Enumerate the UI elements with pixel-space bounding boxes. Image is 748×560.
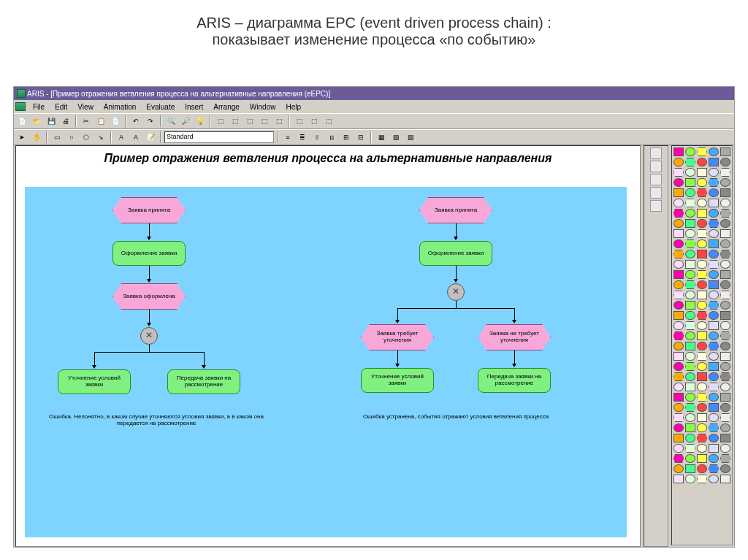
palette-shape[interactable]: [697, 209, 707, 218]
palette-shape[interactable]: [685, 342, 695, 350]
palette-shape[interactable]: [709, 475, 719, 483]
menu-evaluate[interactable]: Evaluate: [142, 103, 179, 111]
palette-shape[interactable]: [685, 147, 695, 156]
palette-shape[interactable]: [685, 321, 695, 330]
palette-shape[interactable]: [697, 331, 707, 340]
palette-shape[interactable]: [720, 280, 730, 289]
palette-shape[interactable]: [685, 270, 695, 279]
palette-shape[interactable]: [685, 331, 695, 340]
palette-shape[interactable]: [673, 219, 684, 228]
palette-shape[interactable]: [673, 260, 684, 269]
palette-shape[interactable]: [709, 403, 719, 412]
palette-shape[interactable]: [720, 168, 730, 177]
palette-shape[interactable]: [697, 454, 707, 463]
menu-view[interactable]: View: [73, 103, 98, 111]
palette-shape[interactable]: [673, 423, 684, 432]
palette-shape[interactable]: [673, 475, 684, 483]
function-register-request-2[interactable]: Оформление заявки: [419, 241, 492, 266]
palette-shape[interactable]: [720, 383, 730, 391]
undo-button[interactable]: ↶: [129, 115, 142, 128]
redo-button[interactable]: ↷: [144, 115, 157, 128]
text-button[interactable]: A: [129, 131, 142, 144]
layer-button[interactable]: ▧: [389, 131, 402, 144]
palette-shape[interactable]: [709, 321, 719, 330]
palette-shape[interactable]: [720, 250, 730, 258]
function-forward[interactable]: Передача заявки на рассмотрение: [167, 369, 240, 394]
palette-shape[interactable]: [697, 383, 707, 391]
palette-shape[interactable]: [720, 444, 730, 453]
event-no-clarify[interactable]: Заявка не требует уточнения: [478, 324, 551, 350]
palette-shape[interactable]: [709, 331, 719, 340]
palette-shape[interactable]: [673, 372, 684, 381]
palette-shape[interactable]: [709, 423, 719, 432]
palette-shape[interactable]: [673, 229, 684, 238]
palette-shape[interactable]: [697, 168, 707, 177]
palette-shape[interactable]: [685, 209, 695, 218]
palette-shape[interactable]: [720, 342, 730, 350]
palette-shape[interactable]: [685, 444, 695, 453]
palette-shape[interactable]: [697, 434, 707, 442]
palette-shape[interactable]: [697, 188, 707, 197]
menu-animation[interactable]: Animation: [99, 103, 140, 111]
palette-shape[interactable]: [720, 209, 730, 218]
tool-button[interactable]: ⬚: [272, 115, 286, 128]
palette-shape[interactable]: [685, 280, 695, 289]
tool-button[interactable]: ⬚: [322, 115, 335, 128]
palette-shape[interactable]: [697, 423, 707, 432]
palette-shape[interactable]: [685, 199, 695, 207]
layer-button[interactable]: ▨: [404, 131, 417, 144]
palette-shape[interactable]: [720, 403, 730, 412]
palette-shape[interactable]: [673, 454, 684, 463]
palette-shape[interactable]: [673, 209, 684, 218]
palette-shape[interactable]: [720, 311, 730, 320]
align-button[interactable]: ⫼: [325, 131, 338, 144]
palette-shape[interactable]: [709, 464, 719, 473]
palette-shape[interactable]: [673, 362, 684, 371]
palette-shape[interactable]: [709, 260, 719, 269]
palette-shape[interactable]: [697, 413, 707, 422]
palette-shape[interactable]: [720, 372, 730, 381]
palette-shape[interactable]: [709, 209, 719, 218]
function-clarify[interactable]: Уточнение условий заявки: [58, 369, 131, 394]
side-tool[interactable]: [650, 187, 662, 199]
window-titlebar[interactable]: ARIS - [Пример отражения ветвления проце…: [14, 87, 734, 100]
palette-shape[interactable]: [709, 250, 719, 258]
palette-shape[interactable]: [720, 464, 730, 473]
palette-shape[interactable]: [709, 158, 719, 166]
palette-shape[interactable]: [685, 260, 695, 269]
cut-button[interactable]: ✂: [80, 115, 93, 128]
palette-shape[interactable]: [709, 434, 719, 442]
palette-shape[interactable]: [720, 270, 730, 279]
palette-shape[interactable]: [709, 270, 719, 279]
open-button[interactable]: 📂: [30, 115, 43, 128]
palette-shape[interactable]: [685, 188, 695, 197]
palette-shape[interactable]: [709, 219, 719, 228]
style-dropdown[interactable]: Standard: [164, 131, 274, 143]
palette-shape[interactable]: [709, 362, 719, 371]
diagram-surface[interactable]: Заявка принята Оформление заявки Заявка …: [25, 187, 627, 537]
tool-button[interactable]: ⬚: [308, 115, 321, 128]
menu-insert[interactable]: Insert: [180, 103, 207, 111]
palette-shape[interactable]: [673, 311, 684, 320]
align-button[interactable]: ≡: [281, 131, 294, 144]
palette-shape[interactable]: [720, 229, 730, 238]
palette-shape[interactable]: [709, 239, 719, 248]
tool-button[interactable]: ⬚: [243, 115, 256, 128]
palette-shape[interactable]: [685, 383, 695, 391]
palette-shape[interactable]: [720, 291, 730, 299]
function-clarify-2[interactable]: Уточнение условий заявки: [361, 368, 434, 393]
tool-button[interactable]: ⬚: [258, 115, 271, 128]
palette-shape[interactable]: [685, 168, 695, 177]
menu-file[interactable]: File: [28, 103, 49, 111]
palette-shape[interactable]: [709, 280, 719, 289]
connector-button[interactable]: ↘: [94, 131, 107, 144]
paste-button[interactable]: 📄: [109, 115, 122, 128]
palette-shape[interactable]: [673, 250, 684, 258]
note-button[interactable]: 📝: [144, 131, 157, 144]
palette-shape[interactable]: [720, 331, 730, 340]
palette-shape[interactable]: [720, 352, 730, 361]
palette-shape[interactable]: [697, 444, 707, 453]
palette-shape[interactable]: [685, 250, 695, 258]
layer-button[interactable]: ▦: [375, 131, 388, 144]
palette-shape[interactable]: [685, 158, 695, 166]
